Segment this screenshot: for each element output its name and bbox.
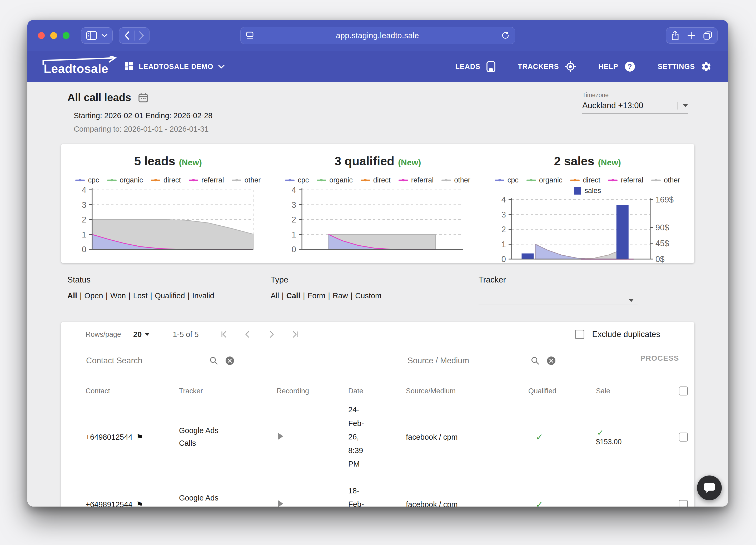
- traffic-lights: [38, 32, 69, 39]
- url-text[interactable]: app.staging.leadto.sale: [254, 31, 501, 40]
- status-option-all[interactable]: All: [67, 291, 77, 300]
- prev-page-button[interactable]: [243, 330, 252, 339]
- zoom-window-button[interactable]: [63, 32, 69, 39]
- nav-settings-label: SETTINGS: [658, 63, 695, 71]
- status-filter-options: All|Open|Won|Lost|Qualified|Invalid: [67, 291, 271, 300]
- search-icon[interactable]: [531, 356, 540, 365]
- nav-settings[interactable]: SETTINGS: [658, 61, 712, 72]
- timezone-label: Timezone: [582, 92, 688, 99]
- sidebar-button-group[interactable]: [81, 27, 113, 44]
- type-option-call[interactable]: Call: [286, 291, 300, 300]
- address-bar[interactable]: app.staging.leadto.sale: [240, 27, 515, 44]
- qualified-area-chart: 01234: [286, 186, 470, 254]
- legend-label: organic: [329, 176, 353, 184]
- back-button[interactable]: [124, 31, 130, 40]
- status-option-won[interactable]: Won: [110, 291, 126, 300]
- tracker-select[interactable]: [479, 293, 638, 305]
- page-format-icon[interactable]: [246, 31, 254, 40]
- dropdown-arrow-icon[interactable]: [683, 104, 688, 107]
- status-option-lost[interactable]: Lost: [133, 291, 148, 300]
- reload-icon[interactable]: [501, 31, 510, 40]
- chat-launcher-button[interactable]: [697, 475, 722, 500]
- rows-per-page-select[interactable]: 20: [133, 330, 150, 339]
- nav-help-label: HELP: [598, 63, 618, 71]
- nav-help[interactable]: HELP ?: [598, 61, 635, 72]
- select-divider: [677, 102, 678, 110]
- chart-sales: 2 sales(New) cpcorganicdirectreferraloth…: [483, 151, 692, 263]
- row-checkbox[interactable]: [679, 500, 688, 507]
- clear-search-icon[interactable]: [225, 356, 235, 365]
- pagination-row: Rows/page 20 1-5 of 5: [61, 322, 694, 347]
- app-logo[interactable]: Leadtosale: [44, 58, 108, 75]
- legend-line-marker: [570, 178, 580, 182]
- option-separator: |: [300, 291, 308, 300]
- legend-item-direct: direct: [151, 175, 181, 185]
- type-option-raw[interactable]: Raw: [333, 291, 348, 300]
- toolbar-divider: [134, 31, 135, 41]
- chart-title-text: 5 leads: [134, 154, 175, 168]
- type-option-form[interactable]: Form: [308, 291, 326, 300]
- calendar-icon[interactable]: [138, 92, 148, 103]
- play-recording-button[interactable]: [277, 500, 284, 507]
- next-page-button[interactable]: [267, 330, 276, 339]
- svg-text:1: 1: [82, 230, 86, 239]
- svg-text:3: 3: [501, 210, 506, 219]
- chart-title-text: 3 qualified: [335, 154, 394, 168]
- play-recording-button[interactable]: [277, 432, 284, 440]
- row-checkbox[interactable]: [679, 433, 688, 442]
- contact-search-field[interactable]: [86, 356, 236, 370]
- workspace-switcher[interactable]: LEADTOSALE DEMO: [123, 61, 225, 72]
- table-row[interactable]: +6498912544 ⚑ Google Ads Calls 18-Feb-26…: [61, 471, 694, 507]
- forward-button[interactable]: [139, 31, 145, 40]
- svg-text:2: 2: [292, 215, 296, 224]
- dropdown-arrow-icon[interactable]: [629, 299, 634, 302]
- legend-line-marker: [151, 178, 160, 182]
- type-option-custom[interactable]: Custom: [355, 291, 381, 300]
- search-icon[interactable]: [209, 356, 218, 365]
- sidebar-icon[interactable]: [86, 31, 97, 40]
- gear-icon: [701, 61, 712, 72]
- status-option-invalid[interactable]: Invalid: [192, 291, 214, 300]
- minimize-window-button[interactable]: [50, 32, 57, 39]
- compare-range: Comparing to: 2026-01-01 - 2026-01-31: [74, 125, 212, 133]
- timezone-select[interactable]: Auckland +13:00: [582, 101, 688, 114]
- nav-trackers-label: TRACKERS: [518, 63, 559, 71]
- new-tab-icon[interactable]: [687, 32, 695, 39]
- legend-label: organic: [120, 176, 143, 184]
- qualified-check-icon: ✓: [536, 499, 543, 507]
- tracker-name: Google Ads Calls: [179, 492, 236, 507]
- svg-text:0$: 0$: [655, 255, 664, 263]
- legend-label: cpc: [88, 176, 99, 184]
- chart-title: 5 leads(New): [134, 154, 202, 168]
- first-page-button[interactable]: [220, 330, 228, 339]
- table-row[interactable]: +6498012544 ⚑ Google Ads Calls 24-Feb-26…: [61, 403, 694, 471]
- status-option-qualified[interactable]: Qualified: [155, 291, 185, 300]
- type-filter-options: All|Call|Form|Raw|Custom: [271, 291, 479, 300]
- legend-label: cpc: [508, 176, 519, 184]
- chevron-down-icon[interactable]: [101, 34, 108, 37]
- share-icon[interactable]: [671, 31, 679, 41]
- status-option-open[interactable]: Open: [84, 291, 103, 300]
- select-all-checkbox[interactable]: [679, 387, 688, 395]
- exclude-duplicates-checkbox[interactable]: [575, 330, 584, 339]
- nav-leads[interactable]: LEADS: [455, 61, 496, 72]
- col-sale: Sale: [596, 387, 672, 395]
- contact-phone: +6498912544: [86, 500, 132, 507]
- table-header-row: Contact Tracker Recording Date Source/Me…: [61, 379, 694, 403]
- clear-search-icon[interactable]: [546, 356, 556, 365]
- chart-title: 2 sales(New): [554, 154, 621, 168]
- svg-text:0: 0: [82, 245, 86, 254]
- date-range: Starting: 2026-02-01 Ending: 2026-02-28: [74, 111, 212, 120]
- qualified-check-icon: ✓: [536, 432, 543, 442]
- exclude-duplicates-toggle[interactable]: Exclude duplicates: [575, 330, 660, 339]
- nav-trackers[interactable]: TRACKERS: [518, 61, 576, 72]
- close-window-button[interactable]: [38, 32, 45, 39]
- source-medium-search-field[interactable]: [407, 356, 557, 370]
- svg-text:?: ?: [628, 63, 632, 71]
- legend-label: direct: [583, 176, 600, 184]
- exclude-duplicates-label: Exclude duplicates: [592, 330, 660, 339]
- last-page-button[interactable]: [291, 330, 299, 339]
- legend-label: referral: [411, 176, 434, 184]
- type-option-all[interactable]: All: [271, 291, 279, 300]
- tab-overview-icon[interactable]: [703, 31, 713, 40]
